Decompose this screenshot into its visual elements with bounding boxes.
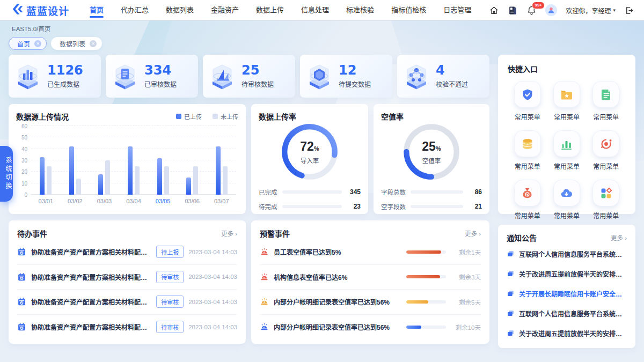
bar-chart-icon bbox=[553, 130, 580, 157]
nav-item-8[interactable]: 指标值检核 bbox=[383, 0, 435, 20]
metric-row-2: 空字段数21 bbox=[381, 202, 482, 211]
status-badge: 待审核 bbox=[156, 271, 184, 283]
notice-row-3[interactable]: 关于开展长期睡眠信用卡账户安全管理... bbox=[507, 284, 627, 304]
todo-time: 2023-03-04 14:03 bbox=[188, 299, 237, 305]
quick-entry-label: 常用菜单 bbox=[593, 211, 619, 220]
nav-item-3[interactable]: 数据列表 bbox=[157, 0, 202, 20]
todo-row-1[interactable]: 协助准备资产资产配置方案相关材料配置方案待上报2023-03-04 14:03 bbox=[17, 240, 237, 265]
todo-title: 待办事件 bbox=[17, 228, 47, 239]
legend-item-2[interactable]: 未上传 bbox=[213, 112, 238, 121]
notice-text: 关于改进周五提前放假半天的安排通知 bbox=[519, 269, 627, 278]
notices-more-link[interactable]: 更多 › bbox=[611, 233, 627, 242]
stat-card-4[interactable]: 12待提交数据 bbox=[300, 55, 392, 98]
nav-item-5[interactable]: 数据上传 bbox=[247, 0, 292, 20]
tab-chip-label: 数据列表 bbox=[60, 39, 85, 48]
app-logo[interactable]: 蓝蓝设计 bbox=[10, 2, 69, 18]
status-badge: 待审核 bbox=[156, 295, 184, 308]
todo-more-link[interactable]: 更多 › bbox=[221, 229, 237, 238]
stat-card-3[interactable]: 25待审核数据 bbox=[203, 55, 295, 98]
nav-item-1[interactable]: 首页 bbox=[81, 0, 112, 20]
chevron-down-icon: ▾ bbox=[613, 8, 616, 13]
quick-entry-item-5[interactable]: 常用菜单 bbox=[553, 130, 580, 171]
alert-row-2[interactable]: 机构信息表空值率已达6%剩余3天 bbox=[260, 265, 481, 290]
todo-row-3[interactable]: 协助准备资产资产配置方案相关材料配置方案待审核2023-03-04 14:03 bbox=[17, 290, 237, 315]
upload-bar-plot: 010203040506003/0103/0203/0303/0403/0503… bbox=[31, 124, 238, 206]
legend-swatch bbox=[213, 114, 218, 119]
manual-book-icon[interactable] bbox=[508, 5, 518, 16]
alerts-title: 预警事件 bbox=[260, 228, 290, 239]
y-tick-label: 40 bbox=[21, 146, 27, 152]
tab-chip-1[interactable]: 首页✕ bbox=[9, 37, 47, 50]
notification-bell-icon[interactable]: 99+ bbox=[526, 5, 537, 16]
user-welcome[interactable]: 欢迎你，李经理 ▾ bbox=[566, 6, 616, 15]
alert-progress-track bbox=[406, 250, 446, 254]
quick-entry-item-1[interactable]: 常用菜单 bbox=[514, 81, 541, 121]
notice-text: 关于开展长期睡眠信用卡账户安全管理... bbox=[519, 289, 627, 298]
x-tick-label[interactable]: 03/07 bbox=[207, 198, 236, 206]
alert-remaining: 剩余1天 bbox=[451, 248, 481, 256]
stat-value: 25 bbox=[241, 64, 274, 77]
null-rate-rows: 字段总数86空字段数21 bbox=[381, 188, 482, 211]
bar-group-03/07 bbox=[207, 126, 236, 195]
nav-item-4[interactable]: 金融资产 bbox=[202, 0, 247, 20]
x-tick-label[interactable]: 03/05 bbox=[148, 198, 178, 206]
nav-item-9[interactable]: 日志管理 bbox=[435, 0, 480, 20]
stat-card-1[interactable]: 1126已生成数据 bbox=[9, 55, 101, 98]
quick-entry-item-2[interactable]: 常用菜单 bbox=[553, 81, 580, 121]
close-icon[interactable]: ✕ bbox=[34, 40, 41, 47]
nav-item-2[interactable]: 代办汇总 bbox=[112, 0, 157, 20]
quick-entry-item-6[interactable]: 常用菜单 bbox=[592, 130, 619, 171]
notices-title: 通知公告 bbox=[507, 232, 537, 243]
x-tick-label[interactable]: 03/03 bbox=[90, 198, 119, 206]
gauge-caption: 空值率 bbox=[401, 156, 462, 165]
bar-group-03/01 bbox=[31, 126, 61, 195]
open-tabs: 首页✕数据列表✕ bbox=[0, 34, 644, 55]
alerts-list: 员工表空值率已达到5%剩余1天机构信息表空值率已达6%剩余3天内部分户帐明细记录… bbox=[260, 240, 481, 339]
logout-icon[interactable] bbox=[624, 5, 634, 16]
todo-text: 协助准备资产资产配置方案相关材料配置方案 bbox=[31, 297, 151, 306]
stat-label: 待提交数据 bbox=[339, 79, 371, 88]
alert-progress-track bbox=[406, 275, 446, 278]
quick-entry-item-9[interactable]: 常用菜单 bbox=[592, 180, 619, 220]
avatar[interactable] bbox=[545, 4, 557, 16]
notice-row-2[interactable]: 关于改进周五提前放假半天的安排通知 bbox=[507, 264, 627, 284]
todo-row-4[interactable]: 协助准备资产资产配置方案相关材料配置方案相关...待审核2023-03-04 1… bbox=[17, 315, 237, 340]
stat-card-5[interactable]: 4校验不通过 bbox=[397, 55, 489, 98]
alert-row-4[interactable]: 内部分户帐明细记录表空值率已达到56%剩余10天 bbox=[260, 315, 481, 340]
stat-label: 待审核数据 bbox=[241, 79, 274, 88]
notice-text: 关于改进周五提前放假半天的安排通知 bbox=[519, 329, 627, 338]
home-icon[interactable] bbox=[489, 5, 499, 16]
x-tick-label[interactable]: 03/04 bbox=[119, 198, 149, 206]
shield-check-icon bbox=[514, 81, 541, 108]
notice-row-1[interactable]: 互联网个人信用信息服务平台系统公告 bbox=[507, 244, 627, 264]
quick-entry-item-7[interactable]: 常用菜单 bbox=[514, 180, 541, 220]
bar-group-03/06 bbox=[178, 126, 207, 195]
alert-row-1[interactable]: 员工表空值率已达到5%剩余1天 bbox=[260, 240, 481, 265]
x-tick-label[interactable]: 03/01 bbox=[31, 198, 61, 206]
stat-value: 334 bbox=[144, 64, 177, 77]
x-tick-label[interactable]: 03/02 bbox=[61, 198, 90, 206]
todo-row-2[interactable]: 协助准备资产资产配置方案相关材料配置方案相关...待审核2023-03-04 1… bbox=[17, 265, 237, 290]
todo-list: 协助准备资产资产配置方案相关材料配置方案待上报2023-03-04 14:03协… bbox=[17, 240, 237, 339]
bar-groups bbox=[31, 126, 236, 195]
legend-item-1[interactable]: 已上传 bbox=[176, 112, 202, 121]
notice-row-5[interactable]: 关于改进周五提前放假半天的安排通知 bbox=[507, 323, 627, 343]
tab-chip-2[interactable]: 数据列表✕ bbox=[51, 37, 102, 50]
alert-text: 员工表空值率已达到5% bbox=[274, 247, 401, 256]
quick-entry-item-3[interactable]: 常用菜单 bbox=[592, 81, 619, 121]
x-tick-label[interactable]: 03/06 bbox=[178, 198, 207, 206]
stat-card-2[interactable]: 334已审核数据 bbox=[106, 55, 198, 98]
alarm-icon bbox=[260, 272, 269, 282]
quick-entry-item-8[interactable]: 常用菜单 bbox=[553, 180, 580, 220]
y-tick-label: 30 bbox=[21, 158, 27, 164]
alert-row-3[interactable]: 内部分户帐明细记录表空值率已达到56%剩余5天 bbox=[260, 290, 481, 315]
notice-row-4[interactable]: 互联网个人信用信息服务平台系统公告 bbox=[507, 304, 627, 323]
system-switch-tab[interactable]: 系统切换 bbox=[0, 146, 13, 202]
not-uploaded-bar bbox=[135, 166, 140, 195]
quick-entry-item-4[interactable]: 常用菜单 bbox=[514, 130, 541, 171]
nav-item-7[interactable]: 标准核验 bbox=[338, 0, 383, 20]
nav-item-6[interactable]: 信息处理 bbox=[292, 0, 338, 20]
close-icon[interactable]: ✕ bbox=[90, 40, 97, 47]
alerts-more-link[interactable]: 更多 › bbox=[465, 229, 481, 238]
chart-title: 数据上传率 bbox=[259, 111, 296, 122]
